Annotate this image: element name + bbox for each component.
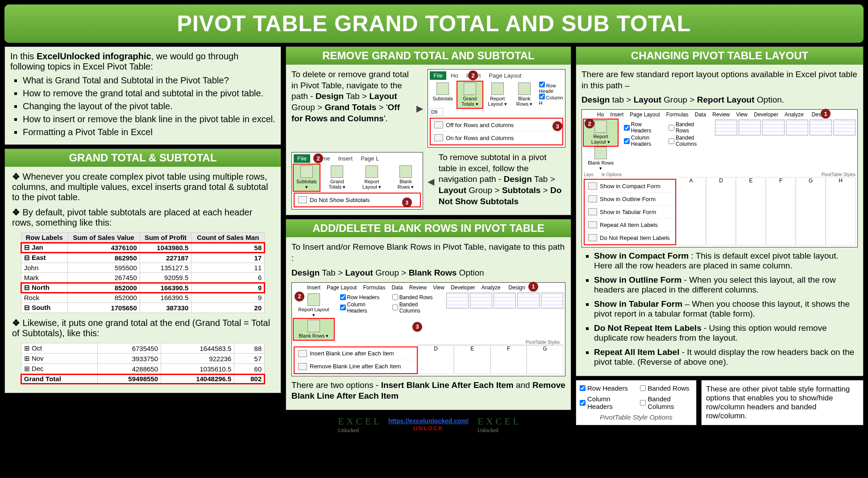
tab-insert[interactable]: Insert — [307, 284, 320, 291]
tab-page-layout[interactable]: Page Layout — [630, 111, 660, 118]
blank-p2: Design Tab > Layout Group > Blank Rows O… — [291, 268, 565, 279]
tab-analyze[interactable]: Analyze — [482, 284, 501, 291]
ribbon-grand-totals: 2 3 File Ho Insert Page Layout Subtotals… — [428, 69, 565, 148]
row-headers-check[interactable]: Row Headers — [580, 384, 631, 392]
ribbon-subtotals: 2 3 File Home Insert Page L Subtotals ▾ … — [291, 152, 423, 210]
blank-rows-menu: Insert Blank Line after Each Item Remove… — [294, 346, 418, 374]
row-headers-check[interactable]: Row Headers — [624, 121, 663, 134]
menu-insert-blank-line[interactable]: Insert Blank Line after Each Item — [295, 347, 417, 360]
menu-on-rows-cols[interactable]: On for Rows and Columns — [431, 132, 562, 144]
banded-rows-check[interactable]: Banded Rows — [640, 384, 693, 392]
tab-developer[interactable]: Developer — [451, 284, 475, 291]
pivot-styles-gallery[interactable] — [715, 120, 856, 136]
tab-insert[interactable]: Insert — [335, 154, 357, 163]
layout-p1: There are few standard report layout opt… — [581, 69, 858, 91]
tab-file[interactable]: File — [430, 71, 446, 80]
row-headers-check[interactable]: Row Heade — [539, 83, 556, 94]
style-options-note: These are other pivot table style format… — [701, 380, 864, 425]
col-header: E — [454, 345, 490, 374]
tab-insert[interactable]: Insert — [610, 111, 623, 118]
blank-rows-button[interactable]: Blank Rows ▾ — [584, 146, 618, 172]
report-layout-button[interactable]: Report Layout ▾ — [484, 82, 511, 108]
subtotals-button[interactable]: Subtotals — [430, 82, 456, 108]
step-marker-2: 2 — [313, 153, 323, 163]
blank-rows-card: ADD/DELETE BLANK ROWS IN PIVOT TABLE To … — [286, 219, 571, 410]
layout-options-list: Show in Compact Form : This is default e… — [581, 251, 858, 367]
footer: E X C E LUnlocked https://excelunlocked.… — [286, 414, 571, 436]
logo-right: E X C E LUnlocked — [478, 416, 519, 434]
banded-columns-check[interactable]: Banded Columns — [392, 301, 440, 314]
report-layout-button[interactable]: Report Layout ▾ — [355, 165, 389, 191]
blank-rows-button[interactable]: Blank Rows ▾ — [390, 165, 420, 191]
step-marker-3: 3 — [412, 322, 422, 332]
site-link[interactable]: https://excelunlocked.com/ — [388, 417, 469, 424]
grand-totals-button[interactable]: Grand Totals ▾ — [457, 82, 482, 108]
menu-compact-form[interactable]: Show in Compact Form — [585, 180, 675, 193]
menu-tabular-form[interactable]: Show in Tabular Form — [585, 206, 675, 218]
banded-columns-check[interactable]: Banded Columns — [640, 395, 693, 410]
menu-remove-blank-line[interactable]: Remove Blank Line after Each Item — [295, 360, 417, 373]
col-header: G — [796, 177, 826, 245]
style-options-caption: PivotTable Style Options — [580, 413, 693, 421]
col-header: G — [527, 345, 563, 374]
tab-ho[interactable]: Ho — [597, 111, 604, 118]
remove-p2: To remove subtotal in a pivot table in e… — [439, 152, 565, 207]
col-header: D — [418, 345, 454, 374]
step-marker-3: 3 — [552, 121, 562, 131]
page-title: PIVOT TABLE GRAND TOTAL AND SUB TOTAL — [4, 4, 864, 43]
tab-view[interactable]: View — [433, 284, 444, 291]
column-headers-check[interactable]: Column H — [539, 95, 563, 106]
subtotals-menu: Do Not Show Subtotals — [294, 193, 421, 207]
col-header: A — [676, 177, 706, 245]
tab-formulas[interactable]: Formulas — [666, 111, 689, 118]
tab-page-layout[interactable]: Page Layout — [327, 284, 357, 291]
tab-analyze[interactable]: Analyze — [785, 111, 804, 118]
row-headers-check[interactable]: Row Headers — [340, 294, 387, 301]
intro-topics: What is Grand Total and Subtotal in the … — [10, 75, 275, 137]
ribbon-blank-rows: 2 1 3 Insert Page Layout Formulas Data R… — [291, 282, 565, 376]
grand-totals-menu: Off for Rows and Columns On for Rows and… — [430, 118, 563, 145]
menu-off-rows-cols[interactable]: Off for Rows and Columns — [431, 119, 562, 132]
step-marker-2: 2 — [468, 70, 478, 80]
tab-review[interactable]: Review — [712, 111, 730, 118]
grand-totals-button[interactable]: Grand Totals ▾ — [321, 165, 353, 191]
intro-lead: In this ExcelUnlocked infographic, we wo… — [10, 51, 275, 72]
arrow-left-icon: ◀ — [428, 176, 434, 187]
menu-do-not-show-subtotals[interactable]: Do Not Show Subtotals — [295, 194, 420, 206]
menu-repeat-labels[interactable]: Repeat All Item Labels — [585, 218, 675, 231]
blank-rows-button[interactable]: Blank Rows ▾ — [513, 82, 536, 108]
column-headers-check[interactable]: Column Headers — [624, 135, 663, 147]
column-headers-check[interactable]: Column Headers — [340, 301, 387, 314]
section-heading-blank: ADD/DELETE BLANK ROWS IN PIVOT TABLE — [286, 219, 571, 237]
menu-no-repeat-labels[interactable]: Do Not Repeat Item Labels — [585, 231, 675, 244]
tab-review[interactable]: Review — [409, 284, 427, 291]
col-header: D — [706, 177, 736, 245]
pivot-styles-gallery[interactable] — [446, 293, 563, 309]
banded-columns-check[interactable]: Banded Columns — [669, 135, 709, 147]
tab-page-layout[interactable]: Page Layout — [485, 71, 525, 80]
tab-page-l[interactable]: Page L — [357, 154, 382, 163]
banded-rows-check[interactable]: Banded Rows — [392, 294, 440, 301]
arrow-right-icon: ▶ — [416, 103, 423, 114]
tab-developer[interactable]: Developer — [754, 111, 778, 118]
column-headers-check[interactable]: Column Headers — [580, 395, 631, 410]
tab-home[interactable]: Ho — [447, 71, 462, 80]
gt-p2: By default, pivot table subtotals are pl… — [12, 207, 275, 228]
style-options-panel: Row Headers Banded Rows Column Headers B… — [576, 380, 697, 425]
tab-data[interactable]: Data — [695, 111, 706, 118]
tab-file[interactable]: File — [294, 154, 310, 163]
tab-view[interactable]: View — [736, 111, 748, 118]
logo-left: E X C E LUnlocked — [338, 416, 379, 434]
blank-rows-button[interactable]: Blank Rows ▾ — [294, 319, 334, 340]
tab-design[interactable]: Design — [507, 284, 527, 291]
subtotals-button[interactable]: Subtotals ▾ — [294, 165, 320, 191]
menu-outline-form[interactable]: Show in Outline Form — [585, 193, 675, 206]
subtotal-example-table: Row Labels Sum of Sales Value Sum of Pro… — [21, 232, 265, 313]
tab-data[interactable]: Data — [391, 284, 403, 291]
tab-formulas[interactable]: Formulas — [363, 284, 385, 291]
blank-p1: To Insert and/or Remove Blank Rows in Pi… — [291, 242, 565, 264]
step-marker-2: 2 — [295, 292, 304, 301]
step-marker-1: 1 — [821, 109, 831, 119]
banded-rows-check[interactable]: Banded Rows — [669, 121, 709, 134]
blank-p3: There are two options - Insert Blank Lin… — [291, 380, 565, 402]
